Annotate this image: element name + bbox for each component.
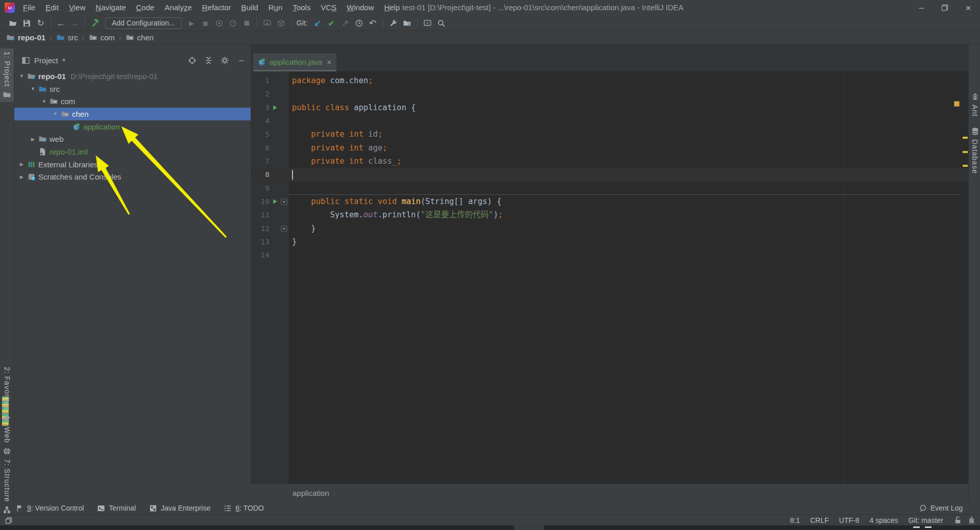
- save-all-icon[interactable]: [20, 17, 34, 29]
- hide-tool-windows-icon[interactable]: [5, 516, 13, 524]
- tree-label: chen: [72, 110, 89, 118]
- stripe-button-database[interactable]: Database: [969, 127, 980, 174]
- minimize-button[interactable]: ─: [910, 0, 933, 15]
- close-button[interactable]: ×: [957, 0, 980, 15]
- sync-icon[interactable]: ↻: [34, 17, 47, 29]
- tree-item-com[interactable]: ▼com: [14, 95, 251, 108]
- taskbar-clock-fragment: [913, 526, 920, 528]
- tree-item-application[interactable]: Capplication: [14, 120, 251, 133]
- menu-code[interactable]: Code: [131, 0, 160, 15]
- line-number: 12: [251, 222, 270, 235]
- menu-window[interactable]: Window: [341, 0, 379, 15]
- attach-debugger-icon[interactable]: [260, 17, 274, 29]
- hector-icon[interactable]: [967, 516, 976, 524]
- status-8-1[interactable]: 8:1: [785, 516, 805, 524]
- menu-refactor[interactable]: Refactor: [197, 0, 236, 15]
- debug-icon[interactable]: [199, 17, 212, 29]
- inspection-indicator[interactable]: [954, 101, 960, 107]
- back-arrow-icon[interactable]: ←: [54, 17, 68, 29]
- project-panel-header: Project ▼ ─: [14, 44, 251, 70]
- fold-marker-icon[interactable]: [281, 225, 287, 232]
- editor-breadcrumb-bar: application: [251, 484, 968, 502]
- forward-arrow-icon[interactable]: →: [68, 17, 82, 29]
- tree-item-repo-01-iml[interactable]: repo-01.iml: [14, 145, 251, 158]
- menu-analyze[interactable]: Analyze: [159, 0, 197, 15]
- menu-help[interactable]: Help: [379, 0, 405, 15]
- search-everywhere-icon[interactable]: [434, 17, 448, 29]
- window-controls: ─×: [910, 0, 980, 15]
- breadcrumb-application[interactable]: application: [292, 489, 329, 497]
- menu-edit[interactable]: Edit: [40, 0, 64, 15]
- project-panel-actions: ─: [188, 56, 246, 65]
- tree-item-external-libraries[interactable]: ▶External Libraries: [14, 158, 251, 171]
- run-configurations-combo[interactable]: Add Configuration...: [105, 17, 182, 29]
- settings-wrench-icon[interactable]: [386, 17, 400, 29]
- locate-icon[interactable]: [188, 56, 197, 65]
- expander-closed-icon[interactable]: ▶: [17, 174, 26, 180]
- git-update-icon[interactable]: ↙: [311, 17, 325, 29]
- build-artifacts-icon[interactable]: [274, 17, 288, 29]
- breadcrumb-chen[interactable]: chen: [126, 33, 154, 42]
- menu-navigate[interactable]: Navigate: [90, 0, 131, 15]
- status-git-master[interactable]: Git: master: [903, 516, 948, 524]
- expander-open-icon[interactable]: ▼: [29, 86, 37, 91]
- expander-open-icon[interactable]: ▼: [40, 99, 48, 104]
- event-log-icon: [919, 504, 927, 512]
- expander-closed-icon[interactable]: ▶: [29, 137, 37, 142]
- close-icon[interactable]: ×: [327, 58, 331, 66]
- tool-button-event-log[interactable]: Event Log: [919, 504, 963, 512]
- menu-run[interactable]: Run: [263, 0, 288, 15]
- stripe-button-2-favorites[interactable]: 2: Favorites: [0, 367, 14, 422]
- stripe-button-1-project[interactable]: 1: Project: [0, 48, 14, 102]
- gear-icon[interactable]: [220, 56, 229, 65]
- expander-closed-icon[interactable]: ▶: [17, 162, 26, 167]
- tree-item-chen[interactable]: ▼chen: [14, 108, 251, 120]
- stripe-button-web[interactable]: Web: [0, 427, 14, 456]
- run-gutter-icon[interactable]: [272, 198, 278, 205]
- menu-tools[interactable]: Tools: [287, 0, 315, 15]
- status-crlf[interactable]: CRLF: [805, 516, 834, 524]
- breadcrumb-repo-01[interactable]: repo-01: [6, 33, 45, 42]
- tree-item-scratches-and-consoles[interactable]: ▶?Scratches and Consoles: [14, 171, 251, 184]
- tab-application-java[interactable]: C application.java ×: [253, 54, 336, 71]
- run-icon[interactable]: ▶: [185, 17, 199, 29]
- tool-button-java-enterprise[interactable]: Java Enterprise: [149, 504, 210, 512]
- expander-open-icon[interactable]: ▼: [17, 73, 26, 79]
- project-panel-title[interactable]: Project: [34, 56, 58, 65]
- fold-marker-icon[interactable]: [281, 198, 287, 205]
- stop-icon[interactable]: [240, 17, 254, 29]
- maximize-button[interactable]: [933, 0, 957, 15]
- tree-item-web[interactable]: ▶web: [14, 133, 251, 145]
- menu-view[interactable]: View: [64, 0, 90, 15]
- expander-open-icon[interactable]: ▼: [51, 111, 60, 116]
- build-hammer-icon[interactable]: [88, 17, 102, 29]
- rollback-icon[interactable]: ↶: [366, 17, 380, 29]
- collapse-all-icon[interactable]: [204, 56, 213, 65]
- status-utf-8[interactable]: UTF-8: [834, 516, 865, 524]
- breadcrumb-com[interactable]: com: [89, 33, 115, 42]
- git-push-icon[interactable]: ↗: [338, 17, 352, 29]
- tool-button-6-todo[interactable]: 6: TODO: [224, 504, 264, 512]
- profiler-icon[interactable]: [226, 17, 240, 29]
- stripe-button-ant[interactable]: Ant: [969, 92, 980, 117]
- status-4-spaces[interactable]: 4 spaces: [864, 516, 903, 524]
- project-structure-icon[interactable]: [400, 17, 414, 29]
- chevron-down-icon[interactable]: ▼: [62, 58, 66, 63]
- hide-panel-icon[interactable]: ─: [237, 56, 246, 65]
- coverage-icon[interactable]: [212, 17, 226, 29]
- run-gutter-icon[interactable]: [272, 105, 278, 111]
- tool-button-9-version-control[interactable]: 9: Version Control: [15, 504, 84, 512]
- history-icon[interactable]: [352, 17, 366, 29]
- menu-file[interactable]: File: [18, 0, 40, 15]
- breadcrumb-src[interactable]: src: [56, 33, 78, 42]
- open-folder-icon[interactable]: [6, 17, 20, 29]
- git-commit-icon[interactable]: ✔: [325, 17, 338, 29]
- tree-item-src[interactable]: ▼src: [14, 83, 251, 95]
- tree-item-repo-01[interactable]: ▼repo-01D:\Project\git-test\repo-01: [14, 70, 251, 83]
- tool-button-terminal[interactable]: Terminal: [97, 504, 136, 512]
- code-area[interactable]: 1package com.chen;23public class applica…: [251, 71, 968, 484]
- menu-vcs[interactable]: VCS: [315, 0, 341, 15]
- run-anything-icon[interactable]: [421, 17, 434, 29]
- unlock-icon[interactable]: [953, 516, 962, 524]
- menu-build[interactable]: Build: [236, 0, 263, 15]
